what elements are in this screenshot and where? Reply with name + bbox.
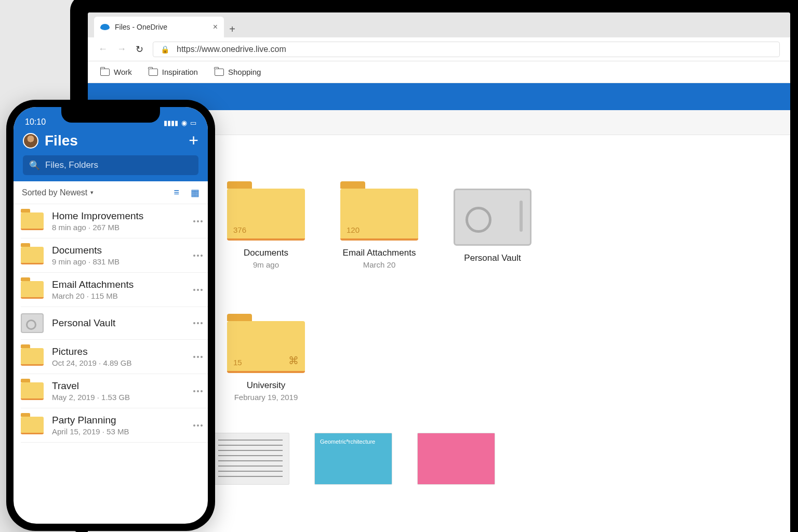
folder-icon — [21, 382, 44, 400]
wifi-icon: ◉ — [181, 119, 187, 127]
folder-card[interactable]: 120 Email AttachmentsMarch 20 — [335, 189, 423, 269]
file-thumbnail[interactable] — [314, 433, 392, 485]
folder-icon — [21, 212, 44, 230]
search-placeholder: Files, Folders — [45, 160, 98, 170]
folder-icon — [21, 348, 44, 366]
folder-name: University — [247, 380, 286, 391]
more-button[interactable] — [193, 255, 203, 257]
battery-icon: ▭ — [190, 119, 196, 127]
url-text: https://www.onedrive.live.com — [177, 45, 286, 54]
folder-card[interactable]: 376 Documents9m ago — [222, 189, 310, 269]
more-button[interactable] — [193, 322, 203, 324]
phone-screen: 10:10 ▮▮▮▮ ◉ ▭ Files + 🔍 Files, Folders — [14, 107, 208, 524]
lock-icon: 🔒 — [161, 45, 169, 54]
folder-count: 15 — [233, 358, 242, 367]
browser-tabstrip: Files - OneDrive × + — [88, 12, 790, 37]
item-name: Pictures — [52, 346, 185, 357]
bookmark-label: Work — [114, 68, 132, 76]
list-item[interactable]: Travel May 2, 2019 · 1.53 GB — [21, 374, 208, 408]
grid-view-icon[interactable]: ▦ — [191, 187, 200, 198]
sort-label: Sorted by Newest — [22, 188, 87, 197]
item-name: Travel — [52, 380, 185, 392]
folder-name: Personal Vault — [464, 253, 521, 263]
item-meta: Oct 24, 2019 · 4.89 GB — [52, 358, 185, 367]
more-button[interactable] — [193, 289, 203, 291]
vault-icon — [21, 313, 44, 333]
list-item[interactable]: Personal Vault — [21, 307, 208, 340]
list-item[interactable]: Party Planning April 15, 2019 · 53 MB — [21, 408, 208, 443]
folder-icon — [21, 417, 44, 434]
file-thumbnail[interactable] — [211, 433, 289, 485]
bookmark-work[interactable]: Work — [100, 68, 132, 76]
list-item[interactable]: Home Improvements 8 min ago · 267 MB — [21, 204, 208, 238]
search-input[interactable]: 🔍 Files, Folders — [23, 155, 198, 175]
more-button[interactable] — [193, 220, 203, 222]
bookmark-label: Shopping — [228, 68, 261, 76]
bookmarks-bar: Work Inspiration Shopping — [88, 61, 790, 83]
item-meta: 8 min ago · 267 MB — [52, 223, 185, 232]
item-meta: March 20 · 115 MB — [52, 291, 185, 300]
folder-icon: 15 ⌘ — [227, 321, 305, 373]
item-meta: May 2, 2019 · 1.53 GB — [52, 393, 185, 402]
folder-icon: 376 — [227, 189, 305, 241]
status-time: 10:10 — [25, 117, 46, 127]
item-meta: 9 min ago · 831 MB — [52, 257, 185, 266]
folder-icon: 120 — [340, 189, 418, 241]
avatar[interactable] — [23, 133, 38, 149]
folder-icon — [100, 69, 110, 76]
folder-meta: 9m ago — [253, 260, 279, 269]
status-indicators: ▮▮▮▮ ◉ ▭ — [164, 119, 196, 127]
item-name: Email Attachments — [52, 279, 185, 290]
list-item[interactable]: Pictures Oct 24, 2019 · 4.89 GB — [21, 340, 208, 374]
more-button[interactable] — [193, 356, 203, 358]
browser-tab[interactable]: Files - OneDrive × — [94, 17, 224, 37]
vault-icon — [454, 189, 531, 246]
chevron-down-icon: ▾ — [90, 189, 94, 196]
add-button[interactable]: + — [189, 131, 198, 150]
search-icon: 🔍 — [29, 160, 40, 171]
list-item[interactable]: Documents 9 min ago · 831 MB — [21, 238, 208, 273]
more-button[interactable] — [193, 390, 203, 392]
folder-count: 376 — [233, 225, 246, 234]
folder-icon — [215, 69, 224, 76]
file-thumbnail[interactable] — [417, 433, 495, 485]
bookmark-inspiration[interactable]: Inspiration — [149, 68, 198, 76]
forward-button[interactable]: → — [117, 44, 126, 55]
bookmark-label: Inspiration — [162, 68, 198, 76]
folder-icon — [21, 247, 44, 264]
item-name: Home Improvements — [52, 210, 185, 222]
app-header: Files + 🔍 Files, Folders — [14, 128, 208, 181]
file-list: Home Improvements 8 min ago · 267 MB Doc… — [14, 204, 208, 443]
folder-name: Email Attachments — [343, 248, 416, 258]
sort-bar: Sorted by Newest ▾ ≡ ▦ — [14, 181, 208, 204]
folder-card[interactable]: Personal Vault — [448, 189, 537, 269]
item-name: Documents — [52, 245, 185, 256]
back-button[interactable]: ← — [98, 44, 108, 55]
tab-title: Files - OneDrive — [115, 23, 208, 31]
sort-icon[interactable]: ≡ — [174, 187, 179, 198]
folder-icon — [21, 281, 44, 299]
onedrive-icon — [100, 24, 110, 30]
folder-meta: February 19, 2019 — [234, 393, 298, 402]
phone-frame: 10:10 ▮▮▮▮ ◉ ▭ Files + 🔍 Files, Folders — [6, 100, 215, 531]
new-tab-button[interactable]: + — [224, 21, 241, 37]
more-button[interactable] — [193, 424, 203, 427]
url-input[interactable]: 🔒 https://www.onedrive.live.com — [153, 42, 780, 57]
address-bar: ← → ↻ 🔒 https://www.onedrive.live.com — [88, 37, 790, 61]
folder-card[interactable]: 15 ⌘ UniversityFebruary 19, 2019 — [222, 321, 310, 402]
list-item[interactable]: Email Attachments March 20 · 115 MB — [21, 273, 208, 307]
item-name: Personal Vault — [52, 317, 185, 329]
refresh-button[interactable]: ↻ — [136, 44, 143, 55]
app-title: Files — [45, 132, 78, 149]
shared-icon: ⌘ — [288, 354, 299, 367]
folder-icon — [149, 69, 158, 76]
bookmark-shopping[interactable]: Shopping — [215, 68, 261, 76]
item-name: Party Planning — [52, 415, 185, 426]
close-icon[interactable]: × — [213, 22, 218, 32]
sort-button[interactable]: Sorted by Newest ▾ — [22, 188, 94, 197]
folder-count: 120 — [347, 225, 360, 234]
signal-icon: ▮▮▮▮ — [164, 119, 178, 127]
phone-notch — [61, 107, 160, 123]
folder-name: Documents — [244, 248, 288, 258]
item-meta: April 15, 2019 · 53 MB — [52, 427, 185, 436]
